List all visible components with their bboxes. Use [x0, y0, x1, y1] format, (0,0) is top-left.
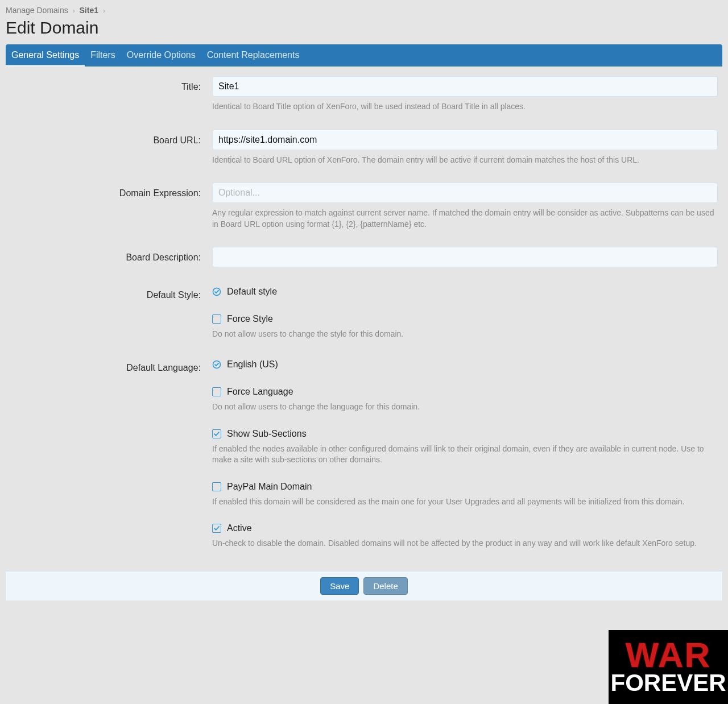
- checkbox-checked-icon[interactable]: [212, 429, 221, 438]
- tab-filters[interactable]: Filters: [85, 44, 121, 67]
- checkbox-checked-icon[interactable]: [212, 524, 221, 533]
- checkbox-unchecked-icon[interactable]: [212, 314, 221, 324]
- force-language-help: Do not allow users to change the languag…: [212, 401, 718, 413]
- show-subsections-help: If enabled the nodes available in other …: [212, 444, 718, 466]
- radio-selected-icon[interactable]: [212, 360, 221, 369]
- footer-bar: Save Delete: [6, 571, 722, 601]
- checkbox-unchecked-icon[interactable]: [212, 482, 221, 491]
- breadcrumb-root[interactable]: Manage Domains: [6, 6, 68, 15]
- default-language-label: Default Language:: [6, 357, 212, 373]
- tab-general-settings[interactable]: General Settings: [6, 44, 85, 67]
- paypal-main-help: If enabled this domain will be considere…: [212, 496, 718, 508]
- paypal-main-option[interactable]: PayPal Main Domain: [227, 482, 312, 492]
- tab-override-options[interactable]: Override Options: [121, 44, 201, 67]
- domain-expression-help: Any regular expression to match against …: [212, 208, 718, 230]
- breadcrumb-current: Site1: [80, 6, 98, 15]
- delete-button[interactable]: Delete: [363, 577, 407, 595]
- domain-expression-label: Domain Expression:: [6, 183, 212, 230]
- page-title: Edit Domain: [6, 18, 722, 38]
- default-language-option[interactable]: English (US): [227, 359, 278, 370]
- active-option[interactable]: Active: [227, 523, 252, 533]
- board-description-input[interactable]: [212, 247, 718, 267]
- tab-content-replacements[interactable]: Content Replacements: [201, 44, 305, 67]
- force-style-option[interactable]: Force Style: [227, 314, 273, 324]
- active-help: Un-check to disable the domain. Disabled…: [212, 538, 718, 549]
- save-button[interactable]: Save: [320, 577, 359, 595]
- board-url-label: Board URL:: [6, 130, 212, 166]
- title-input[interactable]: [212, 76, 718, 97]
- title-help: Identical to Board Title option of XenFo…: [212, 101, 718, 113]
- radio-selected-icon[interactable]: [212, 287, 221, 296]
- domain-expression-input[interactable]: [212, 183, 718, 203]
- chevron-right-icon: ›: [73, 7, 75, 15]
- chevron-right-icon: ›: [103, 7, 105, 15]
- checkbox-unchecked-icon[interactable]: [212, 387, 221, 396]
- default-style-label: Default Style:: [6, 284, 212, 300]
- breadcrumb: Manage Domains › Site1 ›: [6, 6, 722, 15]
- force-language-option[interactable]: Force Language: [227, 387, 293, 397]
- show-subsections-option[interactable]: Show Sub-Sections: [227, 429, 307, 439]
- default-style-option[interactable]: Default style: [227, 287, 277, 297]
- force-style-help: Do not allow users to change the style f…: [212, 329, 718, 340]
- tab-bar: General Settings Filters Override Option…: [6, 44, 722, 67]
- board-url-help: Identical to Board URL option of XenForo…: [212, 155, 718, 166]
- board-url-input[interactable]: [212, 130, 718, 150]
- title-label: Title:: [6, 76, 212, 113]
- board-description-label: Board Description:: [6, 247, 212, 267]
